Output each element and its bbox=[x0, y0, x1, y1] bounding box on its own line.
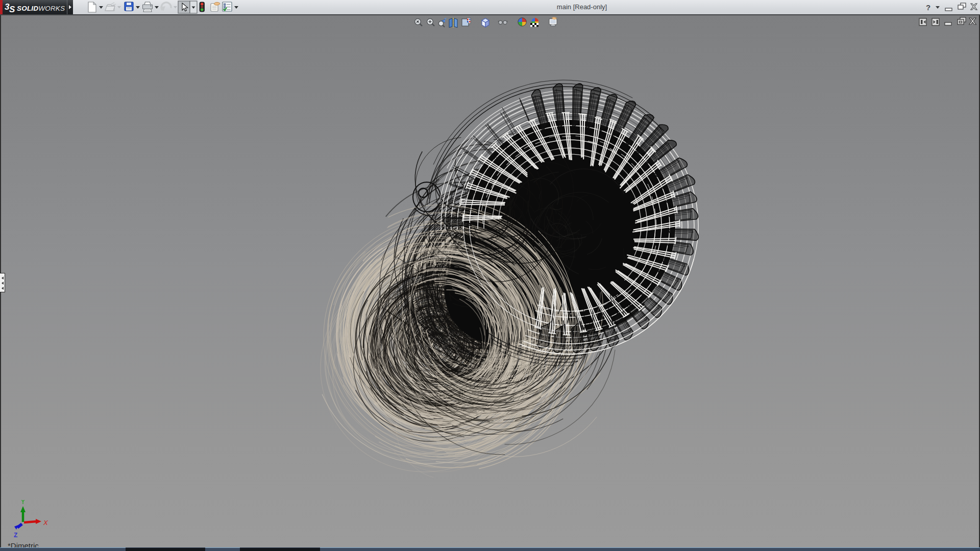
svg-text:?: ? bbox=[926, 3, 930, 12]
svg-text:X: X bbox=[43, 519, 48, 527]
svg-text:Z: Z bbox=[14, 532, 17, 539]
